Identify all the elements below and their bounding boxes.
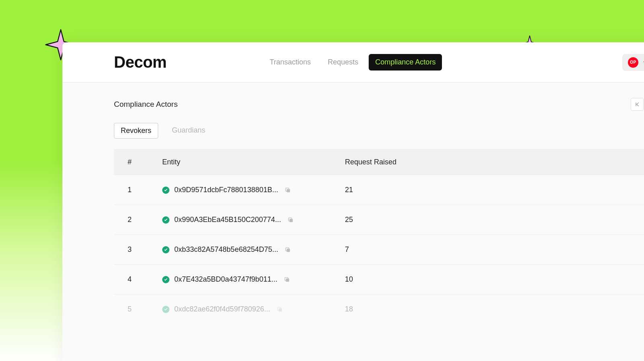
row-request-raised: 10 xyxy=(345,275,644,284)
table-row[interactable]: 30xb33c82A5748b5e68254D75...7 xyxy=(114,235,644,265)
entity-address: 0x990A3EbEa45B150C200774... xyxy=(174,216,281,224)
brand-logo: Decom xyxy=(114,53,167,71)
row-entity: 0xdc82ae62f0f4d59f780926... xyxy=(162,305,345,313)
svg-rect-4 xyxy=(287,249,290,252)
svg-rect-0 xyxy=(287,189,290,192)
row-index: 5 xyxy=(128,305,162,313)
row-index: 1 xyxy=(128,186,162,194)
verified-icon xyxy=(162,306,169,313)
entity-address: 0x7E432a5BD0a43747f9b011... xyxy=(174,275,277,284)
row-index: 3 xyxy=(128,245,162,254)
table-row[interactable]: 10x9D9571dcbFc7880138801B...21 xyxy=(114,175,644,205)
row-entity: 0x7E432a5BD0a43747f9b011... xyxy=(162,275,345,284)
row-request-raised: 18 xyxy=(345,305,644,313)
primary-nav: Transactions Requests Compliance Actors xyxy=(263,54,442,71)
copy-icon[interactable] xyxy=(277,306,283,313)
subtabs: Revokers Guardians xyxy=(114,123,644,139)
page-title: Compliance Actors xyxy=(114,100,178,109)
tab-revokers[interactable]: Revokers xyxy=(114,123,158,139)
col-index: # xyxy=(128,158,162,166)
table-row[interactable]: 40x7E432a5BD0a43747f9b011...10 xyxy=(114,265,644,295)
table-header: # Entity Request Raised xyxy=(114,149,644,175)
row-request-raised: 21 xyxy=(345,186,644,194)
col-request-raised: Request Raised xyxy=(345,158,644,166)
topbar-right: OP 0x56 xyxy=(622,54,644,71)
copy-icon[interactable] xyxy=(285,247,291,253)
nav-requests[interactable]: Requests xyxy=(321,54,365,71)
pager-first-button[interactable] xyxy=(631,98,644,111)
svg-rect-2 xyxy=(290,219,293,222)
verified-icon xyxy=(162,216,169,224)
optimism-icon: OP xyxy=(628,57,638,68)
copy-icon[interactable] xyxy=(287,217,294,223)
tab-guardians[interactable]: Guardians xyxy=(165,123,212,139)
row-request-raised: 25 xyxy=(345,216,644,224)
row-index: 2 xyxy=(128,216,162,224)
pagination: Page 1 of 2 xyxy=(631,98,644,111)
first-page-icon xyxy=(634,102,640,107)
svg-rect-8 xyxy=(279,308,282,311)
nav-compliance-actors[interactable]: Compliance Actors xyxy=(369,54,442,71)
row-entity: 0x9D9571dcbFc7880138801B... xyxy=(162,186,345,194)
entity-address: 0xdc82ae62f0f4d59f780926... xyxy=(174,305,270,313)
table-row[interactable]: 50xdc82ae62f0f4d59f780926...18 xyxy=(114,295,644,324)
chevron-down-icon xyxy=(642,60,644,65)
copy-icon[interactable] xyxy=(284,276,290,283)
topbar: Decom Transactions Requests Compliance A… xyxy=(62,42,644,83)
row-entity: 0xb33c82A5748b5e68254D75... xyxy=(162,245,345,254)
table-row[interactable]: 20x990A3EbEa45B150C200774...25 xyxy=(114,205,644,235)
svg-rect-6 xyxy=(286,278,289,282)
row-index: 4 xyxy=(128,275,162,284)
app-surface: Decom Transactions Requests Compliance A… xyxy=(62,42,644,361)
actors-table: # Entity Request Raised 10x9D9571dcbFc78… xyxy=(114,149,644,324)
nav-transactions[interactable]: Transactions xyxy=(263,54,317,71)
entity-address: 0xb33c82A5748b5e68254D75... xyxy=(174,245,278,254)
page-content: Compliance Actors Page 1 of 2 Revokers G… xyxy=(62,83,644,324)
copy-icon[interactable] xyxy=(285,187,291,193)
network-selector[interactable]: OP xyxy=(622,54,644,71)
row-request-raised: 7 xyxy=(345,245,644,254)
verified-icon xyxy=(162,246,169,253)
verified-icon xyxy=(162,276,169,283)
row-entity: 0x990A3EbEa45B150C200774... xyxy=(162,216,345,224)
col-entity: Entity xyxy=(162,158,345,166)
verified-icon xyxy=(162,187,169,194)
entity-address: 0x9D9571dcbFc7880138801B... xyxy=(174,186,278,194)
